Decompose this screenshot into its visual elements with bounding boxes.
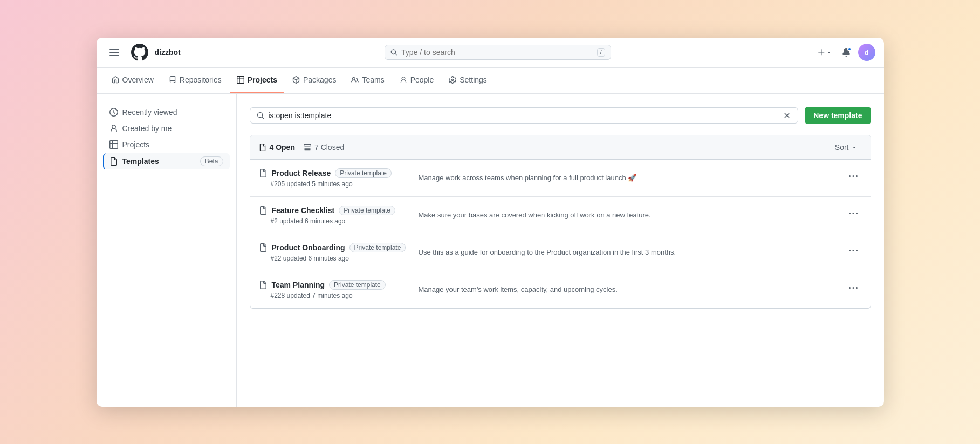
template-row: Feature Checklist Private template #2 up… [250,197,871,234]
search-shortcut: / [597,48,605,57]
template-info: Feature Checklist Private template #2 up… [259,206,410,225]
repo-icon [169,76,176,84]
github-logo [131,44,148,61]
package-icon [292,76,300,84]
template-row: Team Planning Private template #228 upda… [250,271,871,308]
sort-label: Sort [835,143,849,152]
templates-list: 4 Open 7 Closed Sort [250,135,871,309]
sidebar-projects-label: Projects [122,140,150,149]
more-icon [849,284,858,292]
plus-icon [817,48,826,57]
nav: Overview Repositories Projects Packages … [97,68,884,94]
template-private-badge: Private template [349,243,406,252]
template-row: Product Onboarding Private template #22 … [250,234,871,271]
content-header: New template [250,107,871,124]
template-description: Manage work across teams when planning f… [419,173,836,183]
template-name: Product Onboarding [272,243,345,252]
template-more-button[interactable] [845,282,862,297]
person-icon [400,76,407,84]
template-name: Product Release [272,169,331,177]
template-row: Product Release Private template #205 up… [250,160,871,197]
sidebar-templates-label: Templates [122,157,159,166]
template-description: Manage your team's work items, capacity,… [419,284,836,295]
new-item-button[interactable] [815,46,834,59]
clock-icon [109,108,118,117]
template-more-button[interactable] [845,244,862,260]
nav-item-teams[interactable]: Teams [345,67,390,93]
nav-item-packages[interactable]: Packages [286,67,342,93]
template-private-badge: Private template [329,280,386,290]
template-private-badge: Private template [335,168,392,178]
template-info: Product Onboarding Private template #22 … [259,243,410,262]
closed-count: 7 Closed [314,143,344,152]
sidebar-item-created-by-me[interactable]: Created by me [103,121,230,136]
search-icon-content [257,112,264,119]
template-meta: #22 updated 6 minutes ago [259,255,410,262]
topbar-center: / [187,45,808,60]
people-icon [351,76,359,84]
home-icon [112,76,119,84]
nav-item-overview[interactable]: Overview [105,67,160,93]
new-template-button[interactable]: New template [805,107,871,124]
template-search-bar[interactable] [250,107,799,124]
sidebar-created-by-me-label: Created by me [122,124,172,133]
template-name: Team Planning [272,281,325,289]
global-search-bar[interactable]: / [385,45,611,60]
sidebar-item-projects[interactable]: Projects [103,137,230,152]
template-more-button[interactable] [845,170,862,186]
topbar: dizzbot / [97,38,884,68]
nav-item-settings[interactable]: Settings [442,67,494,93]
nav-settings-label: Settings [460,76,487,84]
template-title-row: Feature Checklist Private template [259,206,410,215]
sidebar-item-recently-viewed[interactable]: Recently viewed [103,105,230,120]
nav-packages-label: Packages [303,76,336,84]
template-meta: #228 updated 7 minutes ago [259,292,410,299]
templates-beta-badge: Beta [200,156,223,166]
open-count: 4 Open [270,143,295,152]
person-fill-icon [109,124,118,133]
template-icon [109,157,118,166]
clear-search-button[interactable] [783,111,791,120]
template-row-icon [259,281,268,289]
nav-overview-label: Overview [122,76,154,84]
template-title-row: Product Onboarding Private template [259,243,410,252]
archive-icon [304,144,311,151]
topbar-left: dizzbot [105,43,181,62]
sidebar: Recently viewed Created by me Projects T… [97,94,237,407]
template-row-icon [259,169,268,177]
nav-item-repositories[interactable]: Repositories [162,67,228,93]
more-icon [849,209,858,218]
template-row-icon [259,243,268,252]
template-rows: Product Release Private template #205 up… [250,160,871,308]
open-tab[interactable]: 4 Open [259,143,295,152]
sort-button[interactable]: Sort [831,141,862,154]
template-info: Team Planning Private template #228 upda… [259,280,410,299]
template-meta: #205 updated 5 minutes ago [259,180,410,188]
more-icon [849,247,858,255]
sidebar-item-templates[interactable]: Templates Beta [103,153,230,169]
template-more-button[interactable] [845,207,862,223]
nav-item-projects[interactable]: Projects [230,67,284,93]
nav-people-label: People [410,76,434,84]
closed-tab[interactable]: 7 Closed [304,143,344,152]
template-description: Use this as a guide for onboarding to th… [419,247,836,258]
avatar[interactable]: d [858,44,875,61]
notification-dot [847,47,852,51]
global-search-input[interactable] [401,48,592,57]
list-header: 4 Open 7 Closed Sort [250,135,871,160]
template-search-input[interactable] [269,111,779,120]
notifications-button[interactable] [840,46,853,59]
hamburger-icon [107,45,122,60]
hamburger-button[interactable] [105,43,125,62]
nav-item-people[interactable]: People [393,67,441,93]
template-name: Feature Checklist [272,206,335,215]
sort-chevron-icon [851,144,858,151]
topbar-right: d [815,44,875,61]
chevron-down-icon [826,49,832,56]
table-icon [237,76,244,84]
table-icon-sidebar [109,140,118,149]
open-icon [259,144,266,151]
template-meta: #2 updated 6 minutes ago [259,217,410,225]
nav-projects-label: Projects [248,76,277,84]
template-private-badge: Private template [339,206,395,215]
